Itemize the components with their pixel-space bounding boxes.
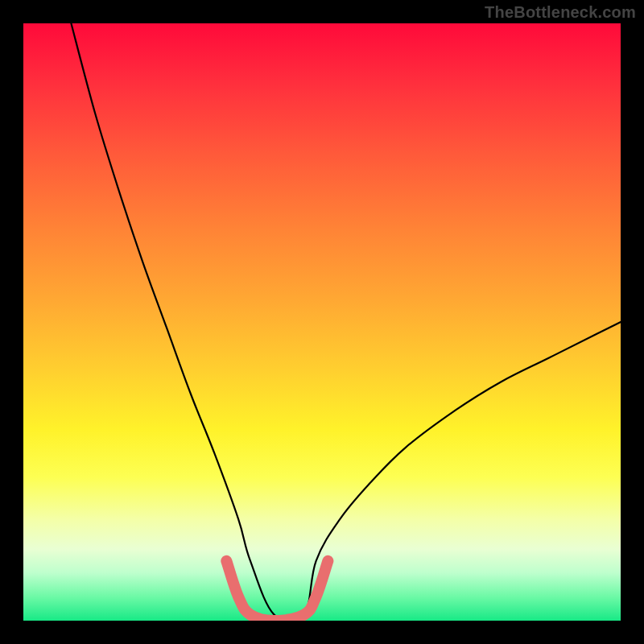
chart-frame: TheBottleneck.com [0, 0, 644, 644]
plot-area [23, 23, 621, 621]
watermark-text: TheBottleneck.com [485, 3, 636, 22]
black-curve [71, 23, 621, 621]
curve-layer [23, 23, 621, 621]
